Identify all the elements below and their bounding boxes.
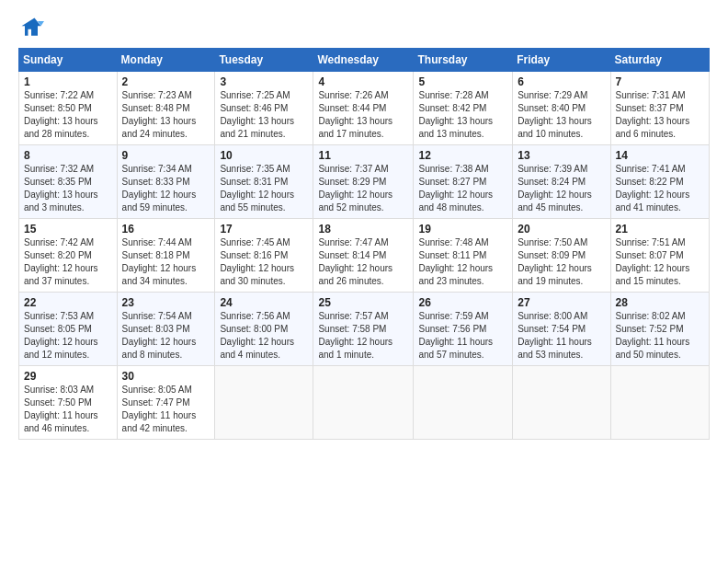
calendar-cell: 23Sunrise: 7:54 AMSunset: 8:03 PMDayligh… — [117, 293, 215, 366]
day-detail: Sunrise: 8:03 AMSunset: 7:50 PMDaylight:… — [24, 384, 112, 435]
day-detail: Sunrise: 7:37 AMSunset: 8:29 PMDaylight:… — [318, 163, 408, 214]
day-number: 24 — [220, 296, 308, 309]
day-number: 14 — [616, 149, 704, 162]
day-detail: Sunrise: 8:02 AMSunset: 7:52 PMDaylight:… — [616, 310, 704, 362]
calendar-cell: 12Sunrise: 7:38 AMSunset: 8:27 PMDayligh… — [414, 145, 513, 219]
logo-icon — [18, 15, 44, 40]
day-number: 11 — [318, 149, 408, 162]
svg-marker-0 — [22, 18, 41, 36]
day-detail: Sunrise: 7:41 AMSunset: 8:22 PMDaylight:… — [616, 163, 704, 214]
weekday-header-sunday: Sunday — [19, 49, 118, 72]
calendar-cell — [414, 366, 513, 440]
day-detail: Sunrise: 8:05 AMSunset: 7:47 PMDaylight:… — [122, 384, 210, 435]
day-detail: Sunrise: 7:50 AMSunset: 8:09 PMDaylight:… — [518, 236, 605, 288]
calendar-cell: 20Sunrise: 7:50 AMSunset: 8:09 PMDayligh… — [513, 219, 610, 293]
day-number: 23 — [122, 296, 210, 309]
day-number: 28 — [616, 296, 704, 309]
day-detail: Sunrise: 7:53 AMSunset: 8:05 PMDaylight:… — [24, 310, 112, 362]
day-detail: Sunrise: 7:34 AMSunset: 8:33 PMDaylight:… — [122, 163, 210, 214]
weekday-header-friday: Friday — [513, 49, 610, 72]
weekday-header-monday: Monday — [117, 49, 215, 72]
calendar-body: 1Sunrise: 7:22 AMSunset: 8:50 PMDaylight… — [19, 72, 710, 440]
day-number: 5 — [418, 75, 507, 88]
day-number: 8 — [24, 149, 112, 162]
day-number: 18 — [318, 223, 408, 236]
weekday-header-thursday: Thursday — [414, 49, 513, 72]
calendar-cell: 3Sunrise: 7:25 AMSunset: 8:46 PMDaylight… — [215, 72, 313, 145]
calendar-cell: 4Sunrise: 7:26 AMSunset: 8:44 PMDaylight… — [313, 72, 414, 145]
calendar-week-3: 15Sunrise: 7:42 AMSunset: 8:20 PMDayligh… — [19, 219, 710, 293]
day-number: 20 — [518, 223, 605, 236]
calendar-cell: 22Sunrise: 7:53 AMSunset: 8:05 PMDayligh… — [19, 293, 118, 366]
day-detail: Sunrise: 8:00 AMSunset: 7:54 PMDaylight:… — [518, 310, 605, 362]
calendar-cell: 16Sunrise: 7:44 AMSunset: 8:18 PMDayligh… — [117, 219, 215, 293]
weekday-header-tuesday: Tuesday — [215, 49, 313, 72]
calendar-cell: 29Sunrise: 8:03 AMSunset: 7:50 PMDayligh… — [19, 366, 118, 440]
day-detail: Sunrise: 7:54 AMSunset: 8:03 PMDaylight:… — [122, 310, 210, 362]
day-number: 7 — [616, 75, 704, 88]
weekday-header-saturday: Saturday — [610, 49, 709, 72]
calendar-cell: 8Sunrise: 7:32 AMSunset: 8:35 PMDaylight… — [19, 145, 118, 219]
calendar-cell — [610, 366, 709, 440]
day-detail: Sunrise: 7:28 AMSunset: 8:42 PMDaylight:… — [418, 89, 507, 141]
calendar-cell: 1Sunrise: 7:22 AMSunset: 8:50 PMDaylight… — [19, 72, 118, 145]
day-detail: Sunrise: 7:47 AMSunset: 8:14 PMDaylight:… — [318, 236, 408, 288]
day-number: 4 — [318, 75, 408, 88]
calendar-week-2: 8Sunrise: 7:32 AMSunset: 8:35 PMDaylight… — [19, 145, 710, 219]
calendar-cell: 25Sunrise: 7:57 AMSunset: 7:58 PMDayligh… — [313, 293, 414, 366]
day-number: 3 — [220, 75, 308, 88]
calendar-table: SundayMondayTuesdayWednesdayThursdayFrid… — [18, 48, 710, 440]
day-number: 13 — [518, 149, 605, 162]
calendar-cell: 6Sunrise: 7:29 AMSunset: 8:40 PMDaylight… — [513, 72, 610, 145]
day-number: 25 — [318, 296, 408, 309]
day-number: 22 — [24, 296, 112, 309]
day-detail: Sunrise: 7:42 AMSunset: 8:20 PMDaylight:… — [24, 236, 112, 288]
day-detail: Sunrise: 7:35 AMSunset: 8:31 PMDaylight:… — [220, 163, 308, 214]
day-number: 2 — [122, 75, 210, 88]
day-detail: Sunrise: 7:45 AMSunset: 8:16 PMDaylight:… — [220, 236, 308, 288]
day-detail: Sunrise: 7:44 AMSunset: 8:18 PMDaylight:… — [122, 236, 210, 288]
day-detail: Sunrise: 7:39 AMSunset: 8:24 PMDaylight:… — [518, 163, 605, 214]
calendar-week-4: 22Sunrise: 7:53 AMSunset: 8:05 PMDayligh… — [19, 293, 710, 366]
day-detail: Sunrise: 7:23 AMSunset: 8:48 PMDaylight:… — [122, 89, 210, 141]
calendar-cell: 11Sunrise: 7:37 AMSunset: 8:29 PMDayligh… — [313, 145, 414, 219]
calendar-cell: 27Sunrise: 8:00 AMSunset: 7:54 PMDayligh… — [513, 293, 610, 366]
header — [18, 15, 710, 40]
calendar-cell: 17Sunrise: 7:45 AMSunset: 8:16 PMDayligh… — [215, 219, 313, 293]
calendar-page: SundayMondayTuesdayWednesdayThursdayFrid… — [0, 0, 728, 563]
calendar-cell: 10Sunrise: 7:35 AMSunset: 8:31 PMDayligh… — [215, 145, 313, 219]
calendar-cell: 2Sunrise: 7:23 AMSunset: 8:48 PMDaylight… — [117, 72, 215, 145]
day-number: 9 — [122, 149, 210, 162]
day-detail: Sunrise: 7:26 AMSunset: 8:44 PMDaylight:… — [318, 89, 408, 141]
day-number: 16 — [122, 223, 210, 236]
day-detail: Sunrise: 7:56 AMSunset: 8:00 PMDaylight:… — [220, 310, 308, 362]
calendar-cell — [313, 366, 414, 440]
day-detail: Sunrise: 7:48 AMSunset: 8:11 PMDaylight:… — [418, 236, 507, 288]
calendar-cell: 14Sunrise: 7:41 AMSunset: 8:22 PMDayligh… — [610, 145, 709, 219]
day-number: 29 — [24, 370, 112, 383]
calendar-cell: 26Sunrise: 7:59 AMSunset: 7:56 PMDayligh… — [414, 293, 513, 366]
day-detail: Sunrise: 7:51 AMSunset: 8:07 PMDaylight:… — [616, 236, 704, 288]
calendar-week-5: 29Sunrise: 8:03 AMSunset: 7:50 PMDayligh… — [19, 366, 710, 440]
day-detail: Sunrise: 7:57 AMSunset: 7:58 PMDaylight:… — [318, 310, 408, 362]
calendar-cell: 13Sunrise: 7:39 AMSunset: 8:24 PMDayligh… — [513, 145, 610, 219]
day-number: 12 — [418, 149, 507, 162]
calendar-cell: 9Sunrise: 7:34 AMSunset: 8:33 PMDaylight… — [117, 145, 215, 219]
day-number: 15 — [24, 223, 112, 236]
calendar-cell: 5Sunrise: 7:28 AMSunset: 8:42 PMDaylight… — [414, 72, 513, 145]
calendar-cell: 24Sunrise: 7:56 AMSunset: 8:00 PMDayligh… — [215, 293, 313, 366]
day-number: 30 — [122, 370, 210, 383]
calendar-cell: 18Sunrise: 7:47 AMSunset: 8:14 PMDayligh… — [313, 219, 414, 293]
calendar-cell — [513, 366, 610, 440]
day-detail: Sunrise: 7:59 AMSunset: 7:56 PMDaylight:… — [418, 310, 507, 362]
weekday-header-wednesday: Wednesday — [313, 49, 414, 72]
day-number: 17 — [220, 223, 308, 236]
day-detail: Sunrise: 7:31 AMSunset: 8:37 PMDaylight:… — [616, 89, 704, 141]
day-number: 6 — [518, 75, 605, 88]
calendar-cell: 28Sunrise: 8:02 AMSunset: 7:52 PMDayligh… — [610, 293, 709, 366]
day-number: 27 — [518, 296, 605, 309]
day-number: 19 — [418, 223, 507, 236]
calendar-cell: 21Sunrise: 7:51 AMSunset: 8:07 PMDayligh… — [610, 219, 709, 293]
day-number: 21 — [616, 223, 704, 236]
day-detail: Sunrise: 7:25 AMSunset: 8:46 PMDaylight:… — [220, 89, 308, 141]
